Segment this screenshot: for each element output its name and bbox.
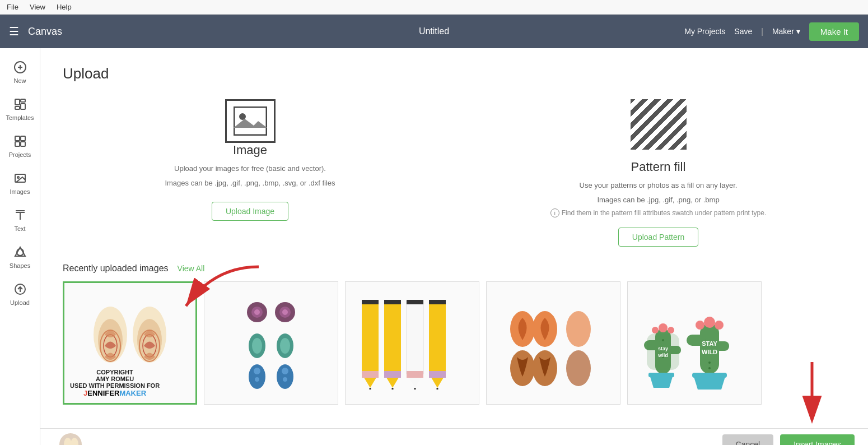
svg-rect-60 [407, 300, 423, 304]
upload-image-button[interactable]: Upload Image [212, 202, 288, 221]
save-button[interactable]: Save [734, 27, 752, 36]
image-card-3[interactable] [345, 281, 479, 405]
stripe-pattern-icon [631, 99, 687, 150]
sidebar-item-text[interactable]: Text [0, 202, 40, 239]
app-logo: Canvas [28, 26, 62, 38]
bottom-action-bar: Cancel Insert Images [40, 428, 868, 445]
sidebar-item-projects[interactable]: Projects [0, 128, 40, 165]
maker-dropdown[interactable]: Maker ▾ [772, 27, 800, 36]
svg-point-97 [708, 367, 711, 369]
svg-rect-8 [21, 136, 25, 141]
sidebar-item-projects-label: Projects [9, 151, 31, 158]
floral-earrings-image [215, 293, 327, 393]
svg-point-42 [255, 377, 259, 382]
sidebar-item-images[interactable]: Images [0, 165, 40, 202]
menubar-help[interactable]: Help [57, 3, 72, 11]
svg-point-37 [252, 338, 262, 354]
earring-mandala-image [74, 293, 186, 393]
svg-point-32 [254, 309, 260, 315]
navbar-right: My Projects Save | Maker ▾ Make It [684, 22, 859, 41]
images-grid: COPYRIGHT AMY ROMEU USED WITH PERMISSION… [63, 281, 846, 405]
svg-rect-58 [407, 371, 423, 378]
svg-rect-55 [384, 300, 401, 304]
view-all-link[interactable]: View All [178, 264, 205, 273]
make-it-button[interactable]: Make It [809, 22, 859, 41]
chevron-down-icon: ▾ [796, 27, 800, 36]
menubar: File View Help [0, 0, 868, 15]
svg-rect-10 [21, 142, 25, 146]
recently-header: Recently uploaded images View All [63, 263, 846, 274]
svg-rect-6 [15, 106, 20, 109]
sidebar-item-shapes[interactable]: Shapes [0, 239, 40, 276]
svg-point-101 [71, 438, 78, 446]
pattern-upload-icon-box [631, 99, 687, 150]
cancel-button[interactable]: Cancel [722, 434, 774, 446]
cactus-earrings-image: stay wild STAY [633, 290, 756, 396]
svg-point-93 [715, 321, 724, 330]
svg-point-92 [696, 321, 704, 330]
svg-rect-9 [15, 142, 20, 146]
image-card-1[interactable]: COPYRIGHT AMY ROMEU USED WITH PERMISSION… [63, 281, 197, 405]
sidebar-item-new[interactable]: New [0, 54, 40, 91]
pencils-image [351, 290, 474, 396]
image-option-desc2: Images can be .jpg, .gif, .png, .bmp, .s… [165, 178, 335, 189]
svg-rect-53 [384, 371, 401, 378]
images-icon [13, 171, 27, 186]
shapes-icon [13, 245, 27, 260]
svg-point-71 [566, 350, 591, 386]
image-card-2[interactable] [204, 281, 338, 405]
svg-point-45 [283, 377, 287, 382]
svg-rect-51 [384, 301, 401, 374]
upload-pattern-button[interactable]: Upload Pattern [618, 228, 698, 247]
svg-point-79 [668, 327, 674, 333]
svg-rect-63 [429, 371, 446, 378]
templates-icon [13, 98, 27, 112]
sidebar-item-upload-label: Upload [10, 299, 30, 306]
pattern-hint-text: Find them in the pattern fill attributes… [562, 209, 767, 217]
svg-rect-3 [15, 99, 20, 105]
maker-label: Maker [772, 27, 794, 36]
image-option-desc1: Upload your images for free (basic and v… [174, 163, 326, 174]
svg-point-39 [280, 338, 290, 354]
image-icon [234, 106, 267, 136]
insert-images-button[interactable]: Insert Images [780, 434, 855, 446]
svg-rect-61 [429, 301, 446, 374]
new-icon [13, 61, 27, 75]
sidebar-item-text-label: Text [14, 225, 25, 232]
svg-rect-5 [21, 104, 25, 109]
svg-point-91 [704, 317, 715, 328]
sidebar-item-images-label: Images [10, 188, 30, 195]
svg-rect-56 [407, 301, 423, 374]
menu-hamburger-icon[interactable]: ☰ [9, 25, 19, 38]
image-card-5[interactable]: stay wild STAY [627, 281, 762, 405]
project-title[interactable]: Untitled [419, 26, 449, 36]
svg-rect-7 [15, 136, 20, 141]
sidebar-item-templates-label: Templates [6, 114, 34, 121]
sidebar: New Templates [0, 48, 40, 445]
image-upload-icon-box [225, 99, 276, 143]
menubar-view[interactable]: View [30, 3, 45, 11]
pattern-option-title: Pattern fill [631, 160, 686, 174]
info-icon: i [550, 208, 559, 217]
svg-point-44 [282, 368, 288, 374]
sidebar-item-templates[interactable]: Templates [0, 91, 40, 128]
svg-rect-4 [21, 99, 25, 102]
menubar-file[interactable]: File [7, 3, 18, 11]
recently-title: Recently uploaded images [63, 263, 169, 274]
sidebar-item-upload[interactable]: Upload [0, 276, 40, 313]
my-projects-link[interactable]: My Projects [684, 27, 725, 36]
image-card-4[interactable] [486, 281, 620, 405]
main-content: Upload Image Upload your images for free… [40, 48, 868, 445]
svg-point-70 [566, 311, 591, 347]
svg-rect-20 [234, 107, 267, 135]
svg-rect-76 [648, 373, 674, 377]
upload-sidebar-icon [13, 282, 27, 297]
svg-point-78 [652, 327, 659, 333]
upload-options: Image Upload your images for free (basic… [63, 99, 846, 247]
svg-point-77 [659, 323, 668, 332]
svg-rect-48 [362, 371, 379, 378]
leaf-earrings-image [492, 290, 615, 396]
recently-section: Recently uploaded images View All [63, 263, 846, 405]
navbar-divider: | [761, 27, 763, 36]
projects-icon [13, 135, 27, 149]
